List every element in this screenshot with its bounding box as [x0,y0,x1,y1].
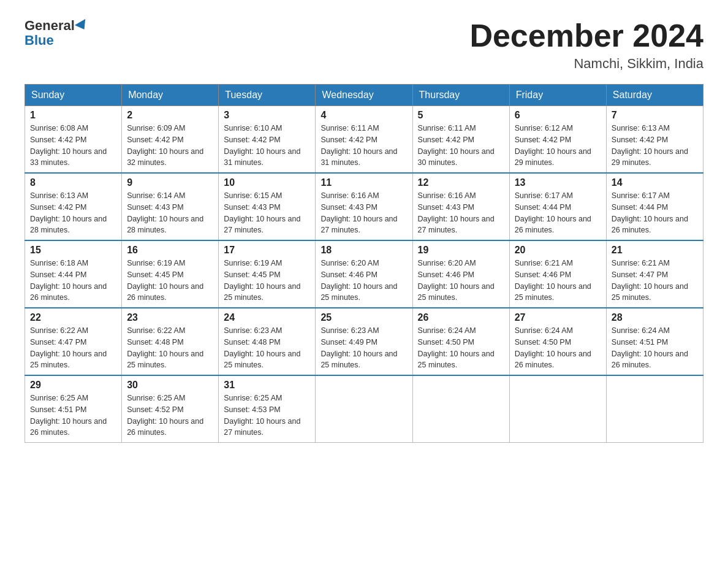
calendar-cell: 19 Sunrise: 6:20 AM Sunset: 4:46 PM Dayl… [412,240,509,308]
calendar-cell: 10 Sunrise: 6:15 AM Sunset: 4:43 PM Dayl… [219,173,316,240]
calendar-cell: 11 Sunrise: 6:16 AM Sunset: 4:43 PM Dayl… [316,173,412,240]
calendar-cell: 29 Sunrise: 6:25 AM Sunset: 4:51 PM Dayl… [25,375,122,443]
day-number: 11 [320,177,407,188]
calendar-cell: 25 Sunrise: 6:23 AM Sunset: 4:49 PM Dayl… [316,308,412,375]
calendar-cell [316,375,412,443]
calendar-cell: 17 Sunrise: 6:19 AM Sunset: 4:45 PM Dayl… [219,240,316,308]
day-info: Sunrise: 6:19 AM Sunset: 4:45 PM Dayligh… [224,258,310,304]
day-info: Sunrise: 6:11 AM Sunset: 4:42 PM Dayligh… [320,123,407,169]
day-number: 21 [612,245,698,256]
day-info: Sunrise: 6:25 AM Sunset: 4:51 PM Dayligh… [30,393,116,439]
day-info: Sunrise: 6:17 AM Sunset: 4:44 PM Dayligh… [515,190,601,236]
day-info: Sunrise: 6:19 AM Sunset: 4:45 PM Dayligh… [127,258,213,304]
calendar-cell: 15 Sunrise: 6:18 AM Sunset: 4:44 PM Dayl… [25,240,122,308]
calendar-cell: 28 Sunrise: 6:24 AM Sunset: 4:51 PM Dayl… [606,308,703,375]
day-number: 16 [127,245,213,256]
day-number: 7 [612,110,698,121]
calendar-cell [412,375,509,443]
weekday-header-saturday: Saturday [606,85,703,106]
calendar-cell: 9 Sunrise: 6:14 AM Sunset: 4:43 PM Dayli… [122,173,219,240]
weekday-header-wednesday: Wednesday [316,85,412,106]
day-number: 8 [30,177,116,188]
calendar-cell: 18 Sunrise: 6:20 AM Sunset: 4:46 PM Dayl… [316,240,412,308]
calendar-week-row: 29 Sunrise: 6:25 AM Sunset: 4:51 PM Dayl… [25,375,703,443]
day-info: Sunrise: 6:25 AM Sunset: 4:52 PM Dayligh… [127,393,213,439]
day-number: 30 [127,380,213,391]
day-number: 26 [418,312,504,323]
calendar-cell: 20 Sunrise: 6:21 AM Sunset: 4:46 PM Dayl… [509,240,606,308]
page-header: General Blue December 2024 Namchi, Sikki… [25,18,703,72]
calendar-cell: 4 Sunrise: 6:11 AM Sunset: 4:42 PM Dayli… [316,106,412,174]
calendar-cell: 27 Sunrise: 6:24 AM Sunset: 4:50 PM Dayl… [509,308,606,375]
weekday-header-friday: Friday [509,85,606,106]
day-number: 20 [515,245,601,256]
calendar-week-row: 15 Sunrise: 6:18 AM Sunset: 4:44 PM Dayl… [25,240,703,308]
day-info: Sunrise: 6:25 AM Sunset: 4:53 PM Dayligh… [224,393,310,439]
day-info: Sunrise: 6:24 AM Sunset: 4:50 PM Dayligh… [515,325,601,371]
calendar-cell: 13 Sunrise: 6:17 AM Sunset: 4:44 PM Dayl… [509,173,606,240]
calendar-cell: 21 Sunrise: 6:21 AM Sunset: 4:47 PM Dayl… [606,240,703,308]
day-number: 1 [30,110,116,121]
calendar-cell: 31 Sunrise: 6:25 AM Sunset: 4:53 PM Dayl… [219,375,316,443]
day-info: Sunrise: 6:11 AM Sunset: 4:42 PM Dayligh… [418,123,504,169]
day-info: Sunrise: 6:15 AM Sunset: 4:43 PM Dayligh… [224,190,310,236]
weekday-header-row: SundayMondayTuesdayWednesdayThursdayFrid… [25,85,703,106]
day-number: 3 [224,110,310,121]
day-info: Sunrise: 6:16 AM Sunset: 4:43 PM Dayligh… [320,190,407,236]
day-info: Sunrise: 6:13 AM Sunset: 4:42 PM Dayligh… [30,190,116,236]
calendar-week-row: 1 Sunrise: 6:08 AM Sunset: 4:42 PM Dayli… [25,106,703,174]
day-info: Sunrise: 6:23 AM Sunset: 4:49 PM Dayligh… [320,325,407,371]
calendar-cell: 16 Sunrise: 6:19 AM Sunset: 4:45 PM Dayl… [122,240,219,308]
calendar-week-row: 8 Sunrise: 6:13 AM Sunset: 4:42 PM Dayli… [25,173,703,240]
logo-blue-text: Blue [25,33,88,48]
day-info: Sunrise: 6:13 AM Sunset: 4:42 PM Dayligh… [612,123,698,169]
logo-triangle-icon [75,19,89,33]
day-number: 19 [418,245,504,256]
calendar-cell: 3 Sunrise: 6:10 AM Sunset: 4:42 PM Dayli… [219,106,316,174]
day-info: Sunrise: 6:10 AM Sunset: 4:42 PM Dayligh… [224,123,310,169]
day-info: Sunrise: 6:24 AM Sunset: 4:51 PM Dayligh… [612,325,698,371]
calendar-cell: 7 Sunrise: 6:13 AM Sunset: 4:42 PM Dayli… [606,106,703,174]
weekday-header-sunday: Sunday [25,85,122,106]
day-number: 4 [320,110,407,121]
calendar-cell: 1 Sunrise: 6:08 AM Sunset: 4:42 PM Dayli… [25,106,122,174]
calendar-cell: 8 Sunrise: 6:13 AM Sunset: 4:42 PM Dayli… [25,173,122,240]
day-number: 9 [127,177,213,188]
day-number: 31 [224,380,310,391]
day-number: 27 [515,312,601,323]
day-number: 22 [30,312,116,323]
weekday-header-monday: Monday [122,85,219,106]
calendar-table: SundayMondayTuesdayWednesdayThursdayFrid… [25,84,703,443]
logo: General Blue [25,18,88,48]
weekday-header-tuesday: Tuesday [219,85,316,106]
calendar-cell: 6 Sunrise: 6:12 AM Sunset: 4:42 PM Dayli… [509,106,606,174]
calendar-cell: 12 Sunrise: 6:16 AM Sunset: 4:43 PM Dayl… [412,173,509,240]
calendar-cell [606,375,703,443]
calendar-cell: 14 Sunrise: 6:17 AM Sunset: 4:44 PM Dayl… [606,173,703,240]
day-number: 18 [320,245,407,256]
weekday-header-thursday: Thursday [412,85,509,106]
day-info: Sunrise: 6:24 AM Sunset: 4:50 PM Dayligh… [418,325,504,371]
calendar-cell: 22 Sunrise: 6:22 AM Sunset: 4:47 PM Dayl… [25,308,122,375]
day-number: 24 [224,312,310,323]
day-info: Sunrise: 6:20 AM Sunset: 4:46 PM Dayligh… [320,258,407,304]
calendar-cell: 2 Sunrise: 6:09 AM Sunset: 4:42 PM Dayli… [122,106,219,174]
day-number: 25 [320,312,407,323]
day-number: 23 [127,312,213,323]
day-info: Sunrise: 6:17 AM Sunset: 4:44 PM Dayligh… [612,190,698,236]
day-number: 12 [418,177,504,188]
day-info: Sunrise: 6:20 AM Sunset: 4:46 PM Dayligh… [418,258,504,304]
day-number: 2 [127,110,213,121]
calendar-cell: 23 Sunrise: 6:22 AM Sunset: 4:48 PM Dayl… [122,308,219,375]
day-info: Sunrise: 6:21 AM Sunset: 4:46 PM Dayligh… [515,258,601,304]
title-area: December 2024 Namchi, Sikkim, India [469,18,703,72]
day-info: Sunrise: 6:16 AM Sunset: 4:43 PM Dayligh… [418,190,504,236]
month-title: December 2024 [469,18,703,53]
day-info: Sunrise: 6:12 AM Sunset: 4:42 PM Dayligh… [515,123,601,169]
day-number: 17 [224,245,310,256]
day-number: 28 [612,312,698,323]
logo-general-text: General [25,18,75,33]
day-number: 13 [515,177,601,188]
day-info: Sunrise: 6:08 AM Sunset: 4:42 PM Dayligh… [30,123,116,169]
day-info: Sunrise: 6:09 AM Sunset: 4:42 PM Dayligh… [127,123,213,169]
